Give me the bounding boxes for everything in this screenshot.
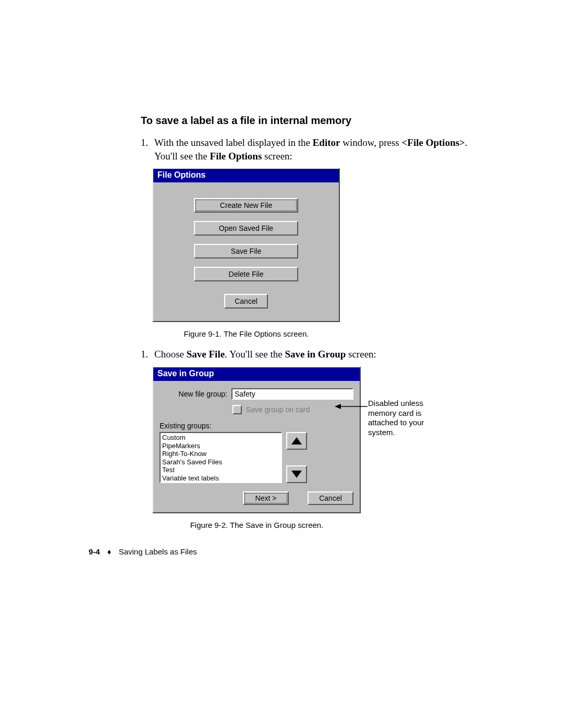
t: . You'll see the bbox=[225, 349, 285, 360]
triangle-down-icon bbox=[291, 471, 302, 478]
t-bold: Save in Group bbox=[285, 349, 346, 360]
create-new-file-button[interactable]: Create New File bbox=[194, 198, 298, 213]
window-title: File Options bbox=[153, 169, 339, 182]
triangle-up-icon bbox=[291, 437, 302, 445]
figure-caption-2: Figure 9-2. The Save in Group screen. bbox=[141, 521, 373, 529]
step-text: Choose Save File. You'll see the Save in… bbox=[154, 348, 485, 361]
list-item[interactable]: Custom bbox=[162, 434, 279, 442]
list-item[interactable]: Variable text labels bbox=[162, 474, 279, 483]
delete-file-button[interactable]: Delete File bbox=[194, 267, 298, 281]
scroll-up-button[interactable] bbox=[286, 432, 307, 450]
next-button[interactable]: Next > bbox=[243, 491, 289, 505]
list-item[interactable]: Sarah's Saved Files bbox=[162, 458, 279, 466]
existing-groups-row: Custom PipeMarkers Right-To-Know Sarah's… bbox=[160, 432, 353, 483]
t: screen: bbox=[262, 151, 292, 162]
list-item[interactable]: Test bbox=[162, 466, 279, 474]
svg-marker-1 bbox=[335, 404, 341, 409]
diamond-icon: ♦ bbox=[107, 547, 112, 556]
new-file-group-row: New file group: bbox=[160, 388, 353, 400]
save-on-card-label: Save group on card bbox=[246, 405, 310, 414]
document-page: To save a label as a file in internal me… bbox=[0, 0, 563, 728]
t: With the unsaved label displayed in the bbox=[154, 137, 313, 148]
save-in-group-window: Save in Group New file group: Save group… bbox=[152, 366, 361, 513]
figure-caption-1: Figure 9-1. The File Options screen. bbox=[141, 329, 352, 338]
existing-groups-listbox[interactable]: Custom PipeMarkers Right-To-Know Sarah's… bbox=[160, 432, 282, 483]
t-bold: Save File bbox=[187, 349, 225, 360]
callout-arrow-icon bbox=[335, 403, 368, 410]
cancel-button[interactable]: Cancel bbox=[224, 294, 268, 309]
step-number: 1. bbox=[141, 136, 154, 163]
page-footer: 9-4 ♦ Saving Labels as Files bbox=[89, 547, 197, 556]
page-number: 9-4 bbox=[89, 547, 100, 556]
file-options-window: File Options Create New File Open Saved … bbox=[152, 168, 340, 322]
step-text: With the unsaved label displayed in the … bbox=[154, 136, 485, 163]
save-on-card-checkbox[interactable] bbox=[232, 405, 242, 414]
step-1: 1. With the unsaved label displayed in t… bbox=[141, 136, 485, 163]
t-bold: File Options bbox=[210, 151, 262, 162]
save-in-group-body: New file group: Save group on card Exist… bbox=[153, 381, 360, 512]
t: Choose bbox=[154, 349, 187, 360]
section-heading: To save a label as a file in internal me… bbox=[141, 115, 485, 127]
t-bold: Editor bbox=[313, 137, 340, 148]
dialog-button-row: Next > Cancel bbox=[160, 491, 353, 505]
new-file-group-label: New file group: bbox=[160, 390, 231, 398]
scroll-down-button[interactable] bbox=[286, 465, 307, 483]
new-file-group-input[interactable] bbox=[231, 388, 353, 400]
open-saved-file-button[interactable]: Open Saved File bbox=[194, 221, 298, 236]
callout-body: Disabled unless memory card is attached … bbox=[368, 399, 424, 437]
file-options-body: Create New File Open Saved File Save Fil… bbox=[153, 182, 339, 321]
t: screen: bbox=[346, 349, 376, 360]
t: window, press bbox=[340, 137, 401, 148]
footer-title: Saving Labels as Files bbox=[119, 547, 197, 556]
list-item[interactable]: Right-To-Know bbox=[162, 450, 279, 458]
list-item[interactable]: PipeMarkers bbox=[162, 442, 279, 450]
step-number: 1. bbox=[141, 348, 154, 361]
callout-text: Disabled unless memory card is attached … bbox=[368, 399, 444, 438]
figure-2-row: Save in Group New file group: Save group… bbox=[152, 366, 485, 513]
existing-groups-label: Existing groups: bbox=[160, 422, 353, 430]
save-file-button[interactable]: Save File bbox=[194, 244, 298, 258]
t-bold: <File Options> bbox=[402, 137, 465, 148]
step-2: 1. Choose Save File. You'll see the Save… bbox=[141, 348, 485, 361]
list-spin-buttons bbox=[286, 432, 307, 483]
window-title: Save in Group bbox=[153, 367, 360, 381]
cancel-button[interactable]: Cancel bbox=[308, 491, 353, 505]
